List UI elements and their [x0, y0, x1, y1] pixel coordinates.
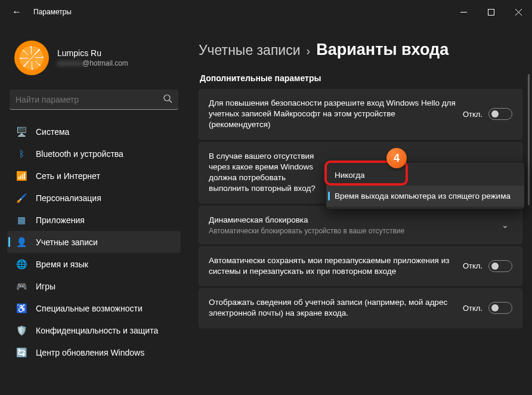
breadcrumb: Учетные записи › Варианты входа: [199, 41, 532, 59]
sidebar-item[interactable]: ᛒBluetooth и устройства: [7, 143, 181, 165]
toggle-switch[interactable]: [488, 260, 512, 272]
card-title: Автоматически сохранять мои перезапускае…: [209, 255, 456, 277]
card-title: Динамическая блокировка: [209, 215, 491, 226]
card-title: В случае вашего отсутствия через какое в…: [209, 151, 322, 195]
nav-icon: 👤: [16, 236, 27, 248]
svg-line-5: [169, 100, 172, 103]
orange-icon: [16, 42, 47, 73]
sidebar-item-label: Учетные записи: [36, 237, 98, 247]
toggle-state-label: Откл.: [463, 261, 482, 270]
sidebar-item-label: Специальные возможности: [36, 304, 143, 313]
search-icon: [163, 94, 172, 105]
nav-icon: ♿: [16, 303, 27, 314]
profile-name: Lumpics Ru: [57, 48, 128, 58]
maximize-button[interactable]: [477, 2, 505, 21]
sidebar-item[interactable]: 🌐Время и язык: [7, 253, 181, 275]
profile-block[interactable]: Lumpics Ru xxxxxxx@hotmail.com: [7, 24, 181, 86]
sidebar-item[interactable]: 🔄Центр обновления Windows: [7, 341, 181, 363]
arrow-left-icon: ←: [12, 7, 21, 17]
toggle-switch[interactable]: [488, 302, 512, 314]
sidebar-item-label: Конфиденциальность и защита: [36, 326, 158, 335]
nav-icon: 🔄: [16, 347, 27, 359]
window-controls: [450, 2, 532, 21]
search-input[interactable]: [16, 95, 163, 104]
back-button[interactable]: ←: [7, 2, 26, 21]
sidebar-item[interactable]: 🖌️Персонализация: [7, 187, 181, 209]
sidebar-item-label: Система: [36, 127, 69, 137]
main-content: Учетные записи › Варианты входа Дополнит…: [188, 24, 532, 395]
sidebar-item[interactable]: 🖥️Система: [7, 121, 181, 143]
toggle-state-label: Откл.: [463, 110, 482, 119]
chevron-right-icon: ›: [307, 44, 311, 58]
sidebar-item-label: Сеть и Интернет: [36, 171, 100, 181]
sidebar-item-label: Приложения: [36, 215, 85, 225]
settings-card: Автоматически сохранять мои перезапускае…: [199, 246, 522, 286]
svg-rect-1: [488, 9, 494, 15]
page-title: Варианты входа: [316, 41, 449, 59]
sidebar-item-label: Игры: [36, 282, 55, 291]
nav-icon: 🖥️: [16, 126, 27, 138]
breadcrumb-parent[interactable]: Учетные записи: [199, 42, 301, 58]
card-title: Отображать сведения об учетной записи (н…: [209, 297, 456, 319]
nav-icon: ᛒ: [16, 148, 27, 160]
scrollbar-thumb[interactable]: [528, 74, 530, 205]
sidebar-item[interactable]: 👤Учетные записи: [7, 231, 181, 253]
sidebar-item-label: Время и язык: [36, 260, 88, 269]
settings-card: Для повышения безопасности разрешите вхо…: [199, 89, 522, 140]
settings-card[interactable]: Динамическая блокировкаАвтоматически бло…: [199, 206, 522, 244]
toggle-state-label: Откл.: [463, 304, 482, 313]
nav-icon: 🎮: [16, 280, 27, 292]
minimize-button[interactable]: [450, 2, 477, 21]
svg-point-4: [164, 95, 170, 101]
sidebar-item[interactable]: 🎮Игры: [7, 275, 181, 297]
nav-icon: 📶: [16, 170, 27, 182]
card-title: Для повышения безопасности разрешите вхо…: [209, 98, 456, 131]
nav-list: 🖥️СистемаᛒBluetooth и устройства📶Сеть и …: [7, 118, 181, 363]
toggle-switch[interactable]: [488, 108, 512, 120]
sidebar-item-label: Персонализация: [36, 193, 101, 203]
titlebar: ← Параметры: [0, 0, 532, 24]
nav-icon: 🛡️: [16, 325, 27, 337]
dropdown-flyout[interactable]: НикогдаВремя выхода компьютера из спящег…: [326, 162, 525, 209]
nav-icon: 🖌️: [16, 192, 27, 204]
chevron-down-icon[interactable]: ⌄: [498, 220, 512, 230]
avatar: [14, 41, 49, 75]
search-box[interactable]: [10, 90, 178, 110]
sidebar: Lumpics Ru xxxxxxx@hotmail.com 🖥️Система…: [0, 24, 188, 395]
dropdown-option[interactable]: Время выхода компьютера из спящего режим…: [326, 186, 524, 206]
sidebar-item[interactable]: 🛡️Конфиденциальность и защита: [7, 319, 181, 341]
card-subtitle: Автоматически блокировать устройство в в…: [209, 227, 491, 235]
profile-email: xxxxxxx@hotmail.com: [57, 59, 128, 67]
section-heading: Дополнительные параметры: [199, 73, 532, 83]
nav-icon: 🌐: [16, 258, 27, 270]
settings-card: Отображать сведения об учетной записи (н…: [199, 288, 522, 328]
sidebar-item-label: Bluetooth и устройства: [36, 149, 123, 159]
close-button[interactable]: [505, 2, 532, 21]
nav-icon: ▦: [16, 214, 27, 226]
dropdown-option[interactable]: Никогда: [326, 165, 524, 186]
sidebar-item[interactable]: ▦Приложения: [7, 209, 181, 231]
app-title: Параметры: [33, 8, 72, 16]
sidebar-item[interactable]: 📶Сеть и Интернет: [7, 165, 181, 187]
sidebar-item-label: Центр обновления Windows: [36, 348, 144, 357]
sidebar-item[interactable]: ♿Специальные возможности: [7, 297, 181, 319]
